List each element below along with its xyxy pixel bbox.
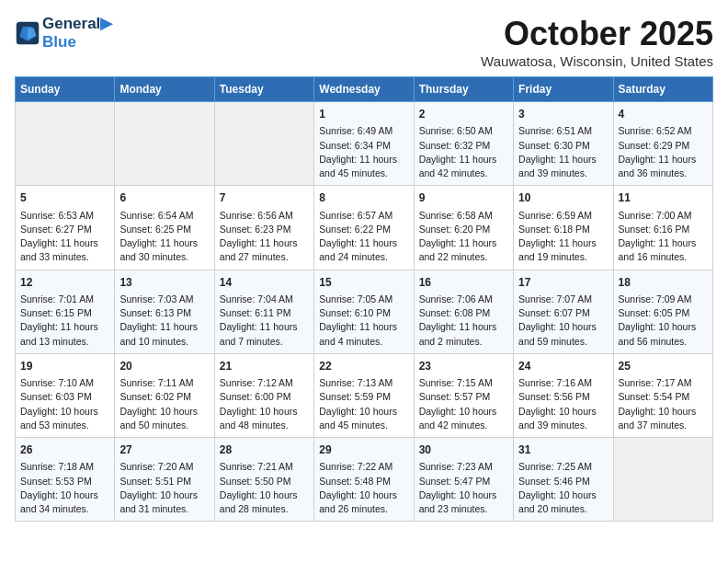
day-info: Sunrise: 7:20 AMSunset: 5:51 PMDaylight:… xyxy=(119,460,209,516)
day-number: 9 xyxy=(419,190,508,206)
day-info: Sunrise: 7:00 AMSunset: 6:16 PMDaylight:… xyxy=(619,209,708,265)
day-cell-5: 5Sunrise: 6:53 AMSunset: 6:27 PMDaylight… xyxy=(16,186,115,270)
day-number: 4 xyxy=(619,107,708,122)
weekday-header-saturday: Saturday xyxy=(613,77,712,102)
day-cell-7: 7Sunrise: 6:56 AMSunset: 6:23 PMDaylight… xyxy=(214,186,313,270)
week-row-2: 5Sunrise: 6:53 AMSunset: 6:27 PMDaylight… xyxy=(16,186,713,270)
day-cell-15: 15Sunrise: 7:05 AMSunset: 6:10 PMDayligh… xyxy=(314,270,414,353)
weekday-header-row: SundayMondayTuesdayWednesdayThursdayFrid… xyxy=(16,77,713,102)
day-number: 10 xyxy=(518,190,608,206)
day-cell-27: 27Sunrise: 7:20 AMSunset: 5:51 PMDayligh… xyxy=(115,438,214,522)
day-cell-21: 21Sunrise: 7:12 AMSunset: 6:00 PMDayligh… xyxy=(214,353,313,437)
location: Wauwatosa, Wisconsin, United States xyxy=(481,53,713,69)
weekday-header-tuesday: Tuesday xyxy=(214,77,313,102)
day-cell-16: 16Sunrise: 7:06 AMSunset: 6:08 PMDayligh… xyxy=(414,270,513,353)
day-cell-28: 28Sunrise: 7:21 AMSunset: 5:50 PMDayligh… xyxy=(214,438,313,522)
day-info: Sunrise: 6:50 AMSunset: 6:32 PMDaylight:… xyxy=(419,124,508,180)
empty-cell xyxy=(115,102,214,186)
day-number: 3 xyxy=(518,107,608,122)
day-cell-1: 1Sunrise: 6:49 AMSunset: 6:34 PMDaylight… xyxy=(314,102,414,186)
weekday-header-thursday: Thursday xyxy=(414,77,513,102)
day-number: 21 xyxy=(220,359,309,374)
day-cell-12: 12Sunrise: 7:01 AMSunset: 6:15 PMDayligh… xyxy=(16,270,115,353)
day-number: 19 xyxy=(20,359,109,374)
day-cell-25: 25Sunrise: 7:17 AMSunset: 5:54 PMDayligh… xyxy=(613,353,712,437)
day-info: Sunrise: 7:03 AMSunset: 6:13 PMDaylight:… xyxy=(119,293,209,349)
day-cell-31: 31Sunrise: 7:25 AMSunset: 5:46 PMDayligh… xyxy=(514,438,613,522)
day-info: Sunrise: 6:59 AMSunset: 6:18 PMDaylight:… xyxy=(518,209,608,265)
empty-cell xyxy=(613,438,712,522)
day-number: 7 xyxy=(220,190,309,206)
day-info: Sunrise: 7:05 AMSunset: 6:10 PMDaylight:… xyxy=(319,293,408,349)
day-number: 22 xyxy=(319,359,408,374)
day-info: Sunrise: 7:06 AMSunset: 6:08 PMDaylight:… xyxy=(419,293,508,349)
day-number: 12 xyxy=(20,275,109,291)
day-info: Sunrise: 7:10 AMSunset: 6:03 PMDaylight:… xyxy=(20,376,109,432)
day-cell-2: 2Sunrise: 6:50 AMSunset: 6:32 PMDaylight… xyxy=(414,102,513,186)
day-number: 2 xyxy=(419,107,508,122)
day-number: 1 xyxy=(319,107,408,122)
day-number: 24 xyxy=(518,359,608,374)
day-info: Sunrise: 6:52 AMSunset: 6:29 PMDaylight:… xyxy=(619,124,708,180)
logo-icon xyxy=(15,20,40,46)
day-info: Sunrise: 7:18 AMSunset: 5:53 PMDaylight:… xyxy=(20,460,109,516)
day-info: Sunrise: 7:04 AMSunset: 6:11 PMDaylight:… xyxy=(220,293,309,349)
day-number: 17 xyxy=(518,275,608,291)
logo: General▶ Blue xyxy=(15,15,112,51)
day-info: Sunrise: 7:25 AMSunset: 5:46 PMDaylight:… xyxy=(518,460,608,516)
day-number: 13 xyxy=(119,275,209,291)
day-cell-8: 8Sunrise: 6:57 AMSunset: 6:22 PMDaylight… xyxy=(314,186,414,270)
weekday-header-monday: Monday xyxy=(115,77,214,102)
day-cell-29: 29Sunrise: 7:22 AMSunset: 5:48 PMDayligh… xyxy=(314,438,414,522)
day-cell-9: 9Sunrise: 6:58 AMSunset: 6:20 PMDaylight… xyxy=(414,186,513,270)
day-cell-11: 11Sunrise: 7:00 AMSunset: 6:16 PMDayligh… xyxy=(613,186,712,270)
day-cell-6: 6Sunrise: 6:54 AMSunset: 6:25 PMDaylight… xyxy=(115,186,214,270)
day-number: 5 xyxy=(20,190,109,206)
day-number: 30 xyxy=(419,442,508,458)
day-number: 25 xyxy=(619,359,708,374)
day-cell-22: 22Sunrise: 7:13 AMSunset: 5:59 PMDayligh… xyxy=(314,353,414,437)
page-header: General▶ Blue October 2025 Wauwatosa, Wi… xyxy=(15,15,713,69)
day-info: Sunrise: 6:56 AMSunset: 6:23 PMDaylight:… xyxy=(220,209,309,265)
day-info: Sunrise: 7:15 AMSunset: 5:57 PMDaylight:… xyxy=(419,376,508,432)
day-number: 11 xyxy=(619,190,708,206)
day-info: Sunrise: 7:17 AMSunset: 5:54 PMDaylight:… xyxy=(619,376,708,432)
day-cell-4: 4Sunrise: 6:52 AMSunset: 6:29 PMDaylight… xyxy=(613,102,712,186)
day-info: Sunrise: 6:58 AMSunset: 6:20 PMDaylight:… xyxy=(419,209,508,265)
logo-text: General▶ Blue xyxy=(42,15,112,51)
day-number: 28 xyxy=(220,442,309,458)
day-info: Sunrise: 6:51 AMSunset: 6:30 PMDaylight:… xyxy=(518,124,608,180)
day-number: 14 xyxy=(220,275,309,291)
day-cell-18: 18Sunrise: 7:09 AMSunset: 6:05 PMDayligh… xyxy=(613,270,712,353)
day-info: Sunrise: 7:21 AMSunset: 5:50 PMDaylight:… xyxy=(220,460,309,516)
day-cell-10: 10Sunrise: 6:59 AMSunset: 6:18 PMDayligh… xyxy=(514,186,613,270)
day-info: Sunrise: 7:07 AMSunset: 6:07 PMDaylight:… xyxy=(518,293,608,349)
day-info: Sunrise: 7:13 AMSunset: 5:59 PMDaylight:… xyxy=(319,376,408,432)
day-cell-19: 19Sunrise: 7:10 AMSunset: 6:03 PMDayligh… xyxy=(16,353,115,437)
calendar-table: SundayMondayTuesdayWednesdayThursdayFrid… xyxy=(15,76,713,522)
day-number: 18 xyxy=(619,275,708,291)
day-info: Sunrise: 7:22 AMSunset: 5:48 PMDaylight:… xyxy=(319,460,408,516)
day-info: Sunrise: 6:57 AMSunset: 6:22 PMDaylight:… xyxy=(319,209,408,265)
day-cell-26: 26Sunrise: 7:18 AMSunset: 5:53 PMDayligh… xyxy=(16,438,115,522)
day-cell-14: 14Sunrise: 7:04 AMSunset: 6:11 PMDayligh… xyxy=(214,270,313,353)
week-row-3: 12Sunrise: 7:01 AMSunset: 6:15 PMDayligh… xyxy=(16,270,713,353)
day-info: Sunrise: 6:54 AMSunset: 6:25 PMDaylight:… xyxy=(119,209,209,265)
day-cell-20: 20Sunrise: 7:11 AMSunset: 6:02 PMDayligh… xyxy=(115,353,214,437)
day-number: 27 xyxy=(119,442,209,458)
month-title: October 2025 xyxy=(481,15,713,53)
day-cell-23: 23Sunrise: 7:15 AMSunset: 5:57 PMDayligh… xyxy=(414,353,513,437)
day-cell-30: 30Sunrise: 7:23 AMSunset: 5:47 PMDayligh… xyxy=(414,438,513,522)
day-cell-24: 24Sunrise: 7:16 AMSunset: 5:56 PMDayligh… xyxy=(514,353,613,437)
week-row-1: 1Sunrise: 6:49 AMSunset: 6:34 PMDaylight… xyxy=(16,102,713,186)
day-cell-3: 3Sunrise: 6:51 AMSunset: 6:30 PMDaylight… xyxy=(514,102,613,186)
day-number: 8 xyxy=(319,190,408,206)
week-row-4: 19Sunrise: 7:10 AMSunset: 6:03 PMDayligh… xyxy=(16,353,713,437)
weekday-header-sunday: Sunday xyxy=(16,77,115,102)
day-info: Sunrise: 7:23 AMSunset: 5:47 PMDaylight:… xyxy=(419,460,508,516)
day-number: 16 xyxy=(419,275,508,291)
day-info: Sunrise: 7:09 AMSunset: 6:05 PMDaylight:… xyxy=(619,293,708,349)
day-info: Sunrise: 7:16 AMSunset: 5:56 PMDaylight:… xyxy=(518,376,608,432)
day-info: Sunrise: 7:11 AMSunset: 6:02 PMDaylight:… xyxy=(119,376,209,432)
day-number: 31 xyxy=(518,442,608,458)
